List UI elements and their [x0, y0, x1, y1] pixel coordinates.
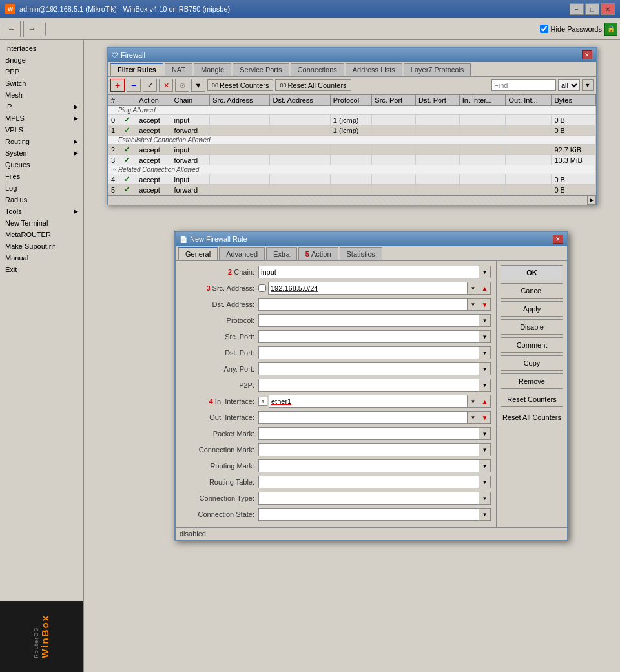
connection-mark-dropdown[interactable]: ▼ [479, 443, 491, 456]
connection-mark-input[interactable] [258, 443, 479, 456]
connection-state-dropdown[interactable]: ▼ [479, 508, 491, 521]
fw-comment-button[interactable]: ⊙ [175, 79, 189, 92]
src-address-dropdown[interactable]: ▼ [468, 282, 479, 295]
dst-address-expand[interactable]: ▼ [479, 298, 491, 311]
comment-button[interactable]: Comment [501, 337, 563, 353]
connection-type-input[interactable] [258, 492, 479, 505]
dst-address-input[interactable] [258, 298, 468, 311]
routing-table-dropdown[interactable]: ▼ [479, 476, 491, 488]
sidebar-item-routing[interactable]: Routing ▶ [0, 136, 83, 147]
disable-button[interactable]: Disable [501, 319, 563, 335]
out-interface-dropdown[interactable]: ▼ [468, 411, 479, 424]
fw-add-button[interactable]: + [110, 79, 125, 92]
minimize-button[interactable]: − [570, 3, 584, 15]
in-interface-dropdown[interactable]: ▼ [468, 395, 479, 408]
sidebar-item-interfaces[interactable]: Interfaces [0, 43, 83, 54]
tab-filter-rules[interactable]: Filter Rules [110, 63, 163, 76]
routing-table-input[interactable] [258, 476, 479, 488]
fw-reset-counters-button[interactable]: 00 Reset Counters [207, 79, 273, 91]
nfr-tab-general[interactable]: General [178, 247, 218, 260]
routing-mark-dropdown[interactable]: ▼ [479, 459, 491, 472]
tab-mangle[interactable]: Mangle [194, 63, 231, 76]
routing-mark-input[interactable] [258, 459, 479, 472]
fw-filter-select[interactable]: all [558, 79, 580, 91]
src-address-checkbox[interactable] [258, 284, 266, 292]
ok-button[interactable]: OK [501, 265, 563, 280]
sidebar-item-ppp[interactable]: PPP [0, 66, 83, 78]
p2p-input[interactable] [258, 379, 479, 392]
sidebar-item-new-terminal[interactable]: New Terminal [0, 217, 83, 229]
tab-layer7[interactable]: Layer7 Protocols [404, 63, 471, 76]
p2p-dropdown[interactable]: ▼ [479, 379, 491, 392]
apply-button[interactable]: Apply [501, 301, 563, 317]
connection-type-dropdown[interactable]: ▼ [479, 492, 491, 505]
out-interface-input[interactable] [258, 411, 468, 424]
tab-service-ports[interactable]: Service Ports [232, 63, 289, 76]
protocol-input[interactable] [258, 314, 479, 327]
packet-mark-input[interactable] [258, 427, 479, 440]
fw-reset-all-counters-button[interactable]: 00 Reset All Counters [275, 79, 351, 91]
fw-filter-button[interactable]: ▼ [191, 79, 205, 92]
reset-counters-button[interactable]: Reset Counters [501, 392, 563, 407]
reset-all-counters-button[interactable]: Reset All Counters [501, 410, 563, 425]
tab-nat[interactable]: NAT [165, 63, 192, 76]
sidebar-item-make-supout[interactable]: Make Supout.rif [0, 240, 83, 252]
forward-button[interactable]: → [23, 21, 41, 37]
fw-remove-button[interactable]: − [127, 79, 141, 92]
src-address-expand[interactable]: ▲ [479, 282, 491, 295]
in-interface-expand[interactable]: ▲ [479, 395, 491, 408]
sidebar-item-bridge[interactable]: Bridge [0, 54, 83, 66]
table-row[interactable]: 0 ✓ accept input 1 (icmp) 0 B [108, 115, 596, 125]
dst-port-input[interactable] [258, 346, 479, 359]
nfr-tab-action[interactable]: 5 Action [298, 247, 338, 260]
sidebar-item-mpls[interactable]: MPLS ▶ [0, 112, 83, 124]
copy-button[interactable]: Copy [501, 355, 563, 371]
remove-button[interactable]: Remove [501, 373, 563, 389]
nfr-tab-advanced[interactable]: Advanced [219, 247, 265, 260]
protocol-dropdown[interactable]: ▼ [479, 314, 491, 327]
tab-connections[interactable]: Connections [291, 63, 344, 76]
connection-state-input[interactable] [258, 508, 479, 521]
sidebar-item-files[interactable]: Files [0, 171, 83, 182]
scroll-right-button[interactable]: ▶ [587, 196, 596, 205]
sidebar-item-log[interactable]: Log [0, 182, 83, 194]
maximize-button[interactable]: □ [585, 3, 599, 15]
dst-port-dropdown[interactable]: ▼ [479, 346, 491, 359]
sidebar-item-queues[interactable]: Queues [0, 159, 83, 171]
src-port-input[interactable] [258, 330, 479, 343]
fw-disable-button[interactable]: ✕ [159, 79, 173, 92]
chain-dropdown-button[interactable]: ▼ [479, 266, 491, 278]
any-port-dropdown[interactable]: ▼ [479, 362, 491, 375]
dst-address-dropdown[interactable]: ▼ [468, 298, 479, 311]
sidebar-item-switch[interactable]: Switch [0, 78, 83, 89]
sidebar-item-tools[interactable]: Tools ▶ [0, 205, 83, 217]
sidebar-item-ip[interactable]: IP ▶ [0, 101, 83, 112]
table-row[interactable]: 5 ✓ accept forward 0 B [108, 185, 596, 195]
table-row[interactable]: 4 ✓ accept input 0 B [108, 174, 596, 185]
sidebar-item-vpls[interactable]: VPLS [0, 124, 83, 136]
sidebar-item-mesh[interactable]: Mesh [0, 89, 83, 101]
src-address-input[interactable] [268, 282, 468, 295]
sidebar-item-metarouter[interactable]: MetaROUTER [0, 229, 83, 240]
in-interface-input[interactable] [269, 395, 468, 408]
nfr-tab-statistics[interactable]: Statistics [340, 247, 382, 260]
fw-enable-button[interactable]: ✓ [143, 79, 157, 92]
table-row[interactable]: 3 ✓ accept forward 10.3 MiB [108, 155, 596, 165]
fw-find-input[interactable] [491, 79, 556, 91]
sidebar-item-exit[interactable]: Exit [0, 264, 83, 275]
tab-address-lists[interactable]: Address Lists [346, 63, 402, 76]
close-button[interactable]: ✕ [601, 3, 615, 15]
out-interface-expand[interactable]: ▼ [479, 411, 491, 424]
firewall-close-button[interactable]: ✕ [582, 50, 592, 59]
sidebar-item-system[interactable]: System ▶ [0, 147, 83, 159]
cancel-button[interactable]: Cancel [501, 283, 563, 299]
nfr-tab-extra[interactable]: Extra [266, 247, 297, 260]
nfr-close-button[interactable]: ✕ [553, 235, 563, 244]
hide-passwords-checkbox[interactable] [540, 25, 548, 33]
any-port-input[interactable] [258, 362, 479, 375]
chain-input[interactable] [258, 266, 479, 278]
table-row[interactable]: 1 ✓ accept forward 1 (icmp) 0 B [108, 125, 596, 136]
sidebar-item-radius[interactable]: Radius [0, 194, 83, 205]
sidebar-item-manual[interactable]: Manual [0, 252, 83, 264]
packet-mark-dropdown[interactable]: ▼ [479, 427, 491, 440]
